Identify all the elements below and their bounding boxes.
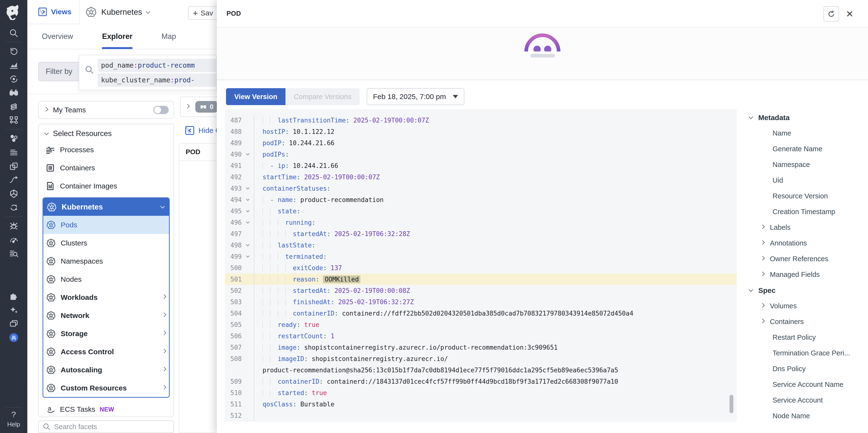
containers-hex-icon[interactable] — [0, 132, 27, 146]
tree-node-node-name[interactable]: Node Name — [737, 408, 868, 424]
tree-node-labels[interactable]: Labels — [737, 220, 868, 235]
sidebar-item-container-images[interactable]: Container Images — [42, 177, 170, 195]
tree-node-creation-timestamp[interactable]: Creation Timestamp — [737, 204, 868, 220]
tree-node-label: Name — [773, 129, 791, 137]
sidebar-item-workloads[interactable]: Workloads — [43, 288, 169, 306]
filter-chip-kube_cluster_name[interactable]: kube_cluster_name:prod- — [98, 73, 216, 87]
tab-overview[interactable]: Overview — [42, 24, 73, 49]
hide-controls-link[interactable]: Hide C — [185, 126, 221, 135]
llm-sync-icon[interactable] — [0, 200, 27, 214]
search-facets-box — [38, 421, 174, 433]
my-teams-toggle[interactable] — [153, 106, 169, 114]
chevron-down-icon — [44, 131, 49, 135]
user-avatar-icon[interactable] — [0, 331, 27, 344]
tree-node-label: Annotations — [770, 239, 807, 247]
k8s-item-icon — [46, 311, 56, 320]
sidebar-item-ecs-tasks[interactable]: a ECS Tasks NEW — [42, 401, 170, 417]
integrations-puzzle-icon[interactable] — [0, 289, 27, 303]
service-radar-icon[interactable] — [0, 72, 27, 86]
code-line: 492startTime: 2025-02-19T00:00:07Z — [225, 171, 737, 183]
close-icon[interactable]: ✕ — [846, 9, 854, 19]
search-facets-input[interactable] — [54, 423, 156, 431]
view-version-button[interactable]: View Version — [226, 88, 285, 105]
tab-map[interactable]: Map — [161, 24, 176, 49]
workflow-windows-icon[interactable] — [0, 317, 27, 331]
code-line: 496 running: — [225, 217, 737, 228]
datadog-logo[interactable] — [0, 0, 27, 26]
sidebar-item-processes[interactable]: Processes — [42, 141, 170, 159]
code-line: 499 terminated: — [225, 251, 737, 262]
fold-chevron-icon[interactable] — [242, 211, 254, 212]
code-line: 494 - name: product-recommendation — [225, 194, 737, 206]
tree-node-namespace[interactable]: Namespace — [737, 157, 868, 173]
tree-node-termination-grace-peri[interactable]: Termination Grace Peri... — [737, 345, 868, 361]
fold-chevron-icon[interactable] — [242, 222, 254, 223]
tree-node-service-account[interactable]: Service Account — [737, 393, 868, 408]
tree-node-volumes[interactable]: Volumes — [737, 298, 868, 314]
fold-chevron-icon[interactable] — [242, 154, 254, 155]
code-text: startTime: 2025-02-19T00:00:07Z — [254, 171, 737, 183]
sidebar-item-nodes[interactable]: Nodes — [43, 270, 169, 288]
tree-node-resource-version[interactable]: Resource Version — [737, 188, 868, 204]
security-shield-icon[interactable] — [0, 187, 27, 200]
tree-node-spec[interactable]: Spec — [737, 282, 868, 298]
sidebar-item-clusters[interactable]: Clusters — [43, 234, 169, 252]
sidebar-item-namespaces[interactable]: Namespaces — [43, 252, 169, 270]
sidebar-item-kubernetes[interactable]: Kubernetes — [43, 198, 169, 216]
tree-node-annotations[interactable]: Annotations — [737, 235, 868, 251]
sidebar-item-storage[interactable]: Storage — [43, 324, 169, 343]
tree-node-generate-name[interactable]: Generate Name — [737, 141, 868, 157]
sidebar-item-network[interactable]: Network — [43, 306, 169, 324]
pipelines-icon[interactable] — [0, 173, 27, 187]
sidebar-item-access-control[interactable]: Access Control — [43, 343, 169, 361]
tree-node-metadata[interactable]: Metadata — [737, 110, 868, 125]
line-number: 508 — [225, 355, 242, 363]
fold-chevron-icon[interactable] — [242, 256, 254, 257]
help-button[interactable]: ? Help — [7, 410, 20, 433]
tree-node-name[interactable]: Name — [737, 125, 868, 141]
bug-icon[interactable] — [0, 219, 27, 233]
tree-node-owner-references[interactable]: Owner References — [737, 251, 868, 267]
software-layers-icon[interactable] — [0, 99, 27, 113]
history-icon[interactable] — [0, 44, 27, 58]
fold-chevron-icon[interactable] — [242, 188, 254, 189]
tree-node-restart-policy[interactable]: Restart Policy — [737, 330, 868, 345]
chevron-right-icon — [760, 240, 765, 245]
sidebar-item-custom-resources[interactable]: Custom Resources — [43, 379, 169, 397]
code-scrollbar-thumb[interactable] — [730, 395, 733, 413]
tree-node-managed-fields[interactable]: Managed Fields — [737, 267, 868, 282]
tab-explorer[interactable]: Explorer — [102, 24, 132, 49]
compare-versions-button[interactable]: Compare Versions — [285, 88, 360, 105]
yaml-code-viewer[interactable]: 487 lastTransitionTime: 2025-02-19T00:00… — [225, 109, 737, 422]
chevron-right-icon — [760, 303, 765, 307]
tree-node-service-account-name[interactable]: Service Account Name — [737, 377, 868, 393]
slo-gauge-icon[interactable] — [0, 233, 27, 246]
version-date-dropdown[interactable]: Feb 18, 2025, 7:00 pm — [367, 88, 464, 105]
refresh-button[interactable] — [824, 6, 839, 22]
logs-icon[interactable] — [0, 146, 27, 159]
dashboards-icon[interactable] — [0, 58, 27, 72]
sidebar-item-autoscaling[interactable]: Autoscaling — [43, 361, 169, 379]
filter-chip-pod_name[interactable]: pod_name:product-recomm — [98, 59, 216, 72]
select-resources-header[interactable]: Select Resources — [42, 127, 170, 141]
log-explorer-icon[interactable] — [0, 246, 27, 260]
sidebar-item-containers[interactable]: Containers — [42, 159, 170, 177]
code-text: terminated: — [254, 251, 737, 262]
tree-node-uid[interactable]: Uid — [737, 173, 868, 188]
code-line: 487 lastTransitionTime: 2025-02-19T00:00… — [225, 115, 737, 126]
search-icon[interactable] — [0, 26, 27, 40]
views-button[interactable]: Views — [27, 0, 80, 24]
tree-node-dns-policy[interactable]: Dns Policy — [737, 361, 868, 377]
service-map-icon[interactable] — [0, 113, 27, 127]
line-number: 507 — [225, 344, 242, 351]
fold-chevron-icon[interactable] — [242, 245, 254, 246]
fold-chevron-icon[interactable] — [242, 199, 254, 200]
my-teams-toggle-card[interactable]: My Teams — [38, 101, 174, 119]
watchdog-binoculars-icon[interactable] — [0, 86, 27, 99]
sidebar-item-pods[interactable]: Pods — [43, 216, 169, 234]
filter-query-input[interactable]: pod_name:product-recommkube_cluster_name… — [79, 55, 217, 90]
save-view-label: Sav — [200, 9, 213, 17]
tree-node-containers[interactable]: Containers — [737, 314, 868, 330]
infrastructure-icon[interactable] — [0, 159, 27, 173]
ai-sparkles-icon[interactable] — [0, 303, 27, 317]
